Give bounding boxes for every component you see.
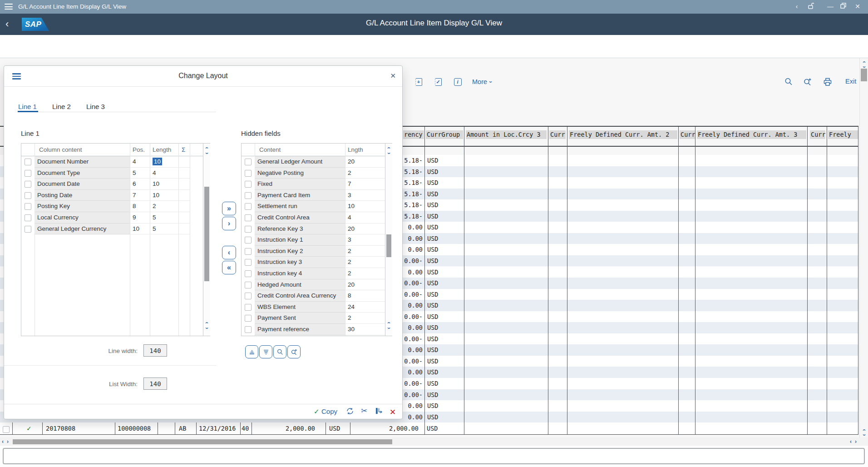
sum-cell[interactable] <box>178 224 190 235</box>
pos-cell[interactable]: 10 <box>130 224 150 235</box>
exit-button[interactable]: Exit <box>845 78 856 85</box>
table-row[interactable]: Instruction Key 1 3 <box>242 234 392 246</box>
content-cell[interactable]: Instruction Key 2 <box>255 246 345 257</box>
length-cell[interactable]: 2 <box>345 246 385 257</box>
alv-column-header[interactable]: Freely Defined Curr. Amt. 3 <box>697 130 806 139</box>
length-cell[interactable]: 2 <box>150 201 178 212</box>
content-cell[interactable]: Instruction key 3 <box>255 257 345 268</box>
table-row[interactable]: Reference Key 3 20 <box>242 224 392 235</box>
table-row[interactable]: General Ledger Amount 20 <box>242 156 392 168</box>
more-button[interactable]: More › <box>472 76 492 88</box>
length-cell[interactable]: 20 <box>345 279 385 291</box>
content-cell[interactable]: Fixed <box>255 179 345 190</box>
scrollbar-thumb[interactable] <box>204 187 209 281</box>
length-cell[interactable]: 3 <box>345 234 385 246</box>
table-scrollbar[interactable]: › › › › <box>385 144 392 336</box>
information-icon[interactable]: i <box>452 76 464 88</box>
table-scrollbar[interactable]: › › › › <box>203 144 210 336</box>
alv-column-header[interactable]: Freely <box>828 130 858 139</box>
column-header-length[interactable]: Lngth <box>348 144 363 156</box>
length-cell[interactable]: 2 <box>345 168 385 179</box>
menu-icon[interactable] <box>5 4 13 10</box>
content-cell[interactable]: Hedged Amount <box>255 279 345 291</box>
scroll-up-icon[interactable]: › <box>386 320 391 325</box>
column-select-icon[interactable]: ✓ <box>432 76 444 88</box>
content-cell[interactable]: Instruction Key 1 <box>255 234 345 246</box>
length-cell[interactable]: 2 <box>345 257 385 268</box>
list-width-input[interactable] <box>143 378 167 390</box>
table-row[interactable]: Fixed 7 <box>242 179 392 190</box>
move-column-icon[interactable] <box>375 407 384 417</box>
pos-cell[interactable]: 5 <box>130 168 150 179</box>
scroll-down-icon[interactable]: › <box>386 151 391 156</box>
column-header-content[interactable]: Column content <box>39 144 82 156</box>
restore-window-icon[interactable] <box>838 3 848 10</box>
table-row[interactable]: Payment Card Item 3 <box>242 190 392 201</box>
scroll-up-icon[interactable]: › <box>861 427 867 432</box>
table-row[interactable]: Negative Posting 2 <box>242 168 392 179</box>
length-cell[interactable]: 10 <box>150 179 178 190</box>
tab-line-1[interactable]: Line 1 <box>18 103 37 110</box>
content-cell[interactable]: General Ledger Amount <box>255 156 345 168</box>
move-all-left-button[interactable]: « <box>222 261 236 274</box>
move-all-right-button[interactable]: » <box>222 202 236 215</box>
sum-cell[interactable] <box>178 201 190 212</box>
table-row[interactable]: Instruction Key 2 2 <box>242 246 392 257</box>
table-row[interactable]: Hedged Amount 20 <box>242 279 392 291</box>
scroll-right-icon[interactable]: › <box>855 438 857 445</box>
search-button[interactable] <box>273 345 286 358</box>
row-checkbox[interactable] <box>245 326 252 337</box>
scroll-down-icon[interactable]: › <box>204 151 209 156</box>
horizontal-scrollbar[interactable]: ‹ › ‹ › <box>0 437 868 446</box>
length-cell[interactable]: 8 <box>345 290 385 302</box>
alv-column-header[interactable]: Freely Defined Curr. Amt. 2 <box>569 130 677 139</box>
alv-column-header[interactable]: Amount in Loc.Crcy 3 <box>466 130 547 139</box>
sum-cell[interactable] <box>178 156 190 168</box>
dialog-header[interactable]: Change Layout ✕ <box>4 66 402 87</box>
column-content-cell[interactable]: Document Number <box>35 156 130 168</box>
length-cell[interactable]: 5 <box>150 212 178 224</box>
column-header-length[interactable]: Length <box>153 144 171 156</box>
sort-descending-button[interactable] <box>259 345 272 358</box>
scroll-up-icon[interactable]: › <box>861 60 867 65</box>
pos-cell[interactable]: 7 <box>130 190 150 201</box>
length-cell[interactable]: 2 <box>345 313 385 324</box>
table-row[interactable]: ✓ 20170808 100000008 AB 12/31/2016 40 2,… <box>0 422 858 434</box>
column-header-content[interactable]: Content <box>259 144 281 156</box>
alv-column-header[interactable]: Curr <box>549 130 566 139</box>
column-content-cell[interactable]: General Ledger Currency <box>35 224 130 235</box>
dialog-close-icon[interactable]: ✕ <box>390 72 396 80</box>
unlock-icon[interactable] <box>806 2 815 11</box>
move-left-button[interactable]: ‹ <box>222 246 236 259</box>
content-cell[interactable]: Negative Posting <box>255 168 345 179</box>
table-row[interactable]: Settlement run 10 <box>242 201 392 212</box>
content-cell[interactable]: Reference Key 3 <box>255 224 345 235</box>
length-cell[interactable]: 4 <box>150 168 178 179</box>
table-row[interactable]: Payment Sent 2 <box>242 313 392 324</box>
refresh-icon[interactable] <box>345 407 355 417</box>
scroll-up-icon[interactable]: › <box>204 320 209 325</box>
scrollbar-thumb[interactable] <box>386 234 391 257</box>
alv-column-header[interactable]: Curr <box>680 130 695 139</box>
column-content-cell[interactable]: Document Type <box>35 168 130 179</box>
move-right-button[interactable]: › <box>222 217 236 230</box>
vertical-scrollbar[interactable]: › › › › <box>859 58 868 437</box>
content-cell[interactable]: Instruction key 4 <box>255 268 345 279</box>
pos-cell[interactable]: 6 <box>130 179 150 190</box>
column-header-pos[interactable]: Pos. <box>133 144 145 156</box>
scrollbar-thumb[interactable] <box>13 439 392 444</box>
content-cell[interactable]: Settlement run <box>255 201 345 212</box>
sum-cell[interactable] <box>178 168 190 179</box>
scroll-left-icon[interactable]: ‹ <box>2 438 4 445</box>
content-cell[interactable]: Payment Card Item <box>255 190 345 201</box>
content-cell[interactable]: Credit Control Area <box>255 212 345 224</box>
table-row[interactable]: Posting Date 7 10 <box>21 190 210 201</box>
length-cell[interactable]: 10 <box>345 201 385 212</box>
table-row[interactable]: Credit Control Area 4 <box>242 212 392 224</box>
content-cell[interactable]: Payment reference <box>255 324 345 335</box>
scroll-right-icon[interactable]: › <box>7 438 9 445</box>
close-window-icon[interactable]: ✕ <box>853 3 862 10</box>
scroll-up-icon[interactable]: › <box>386 145 391 150</box>
scroll-left-icon[interactable]: ‹ <box>850 438 852 445</box>
table-row[interactable]: WBS Element 24 <box>242 302 392 313</box>
